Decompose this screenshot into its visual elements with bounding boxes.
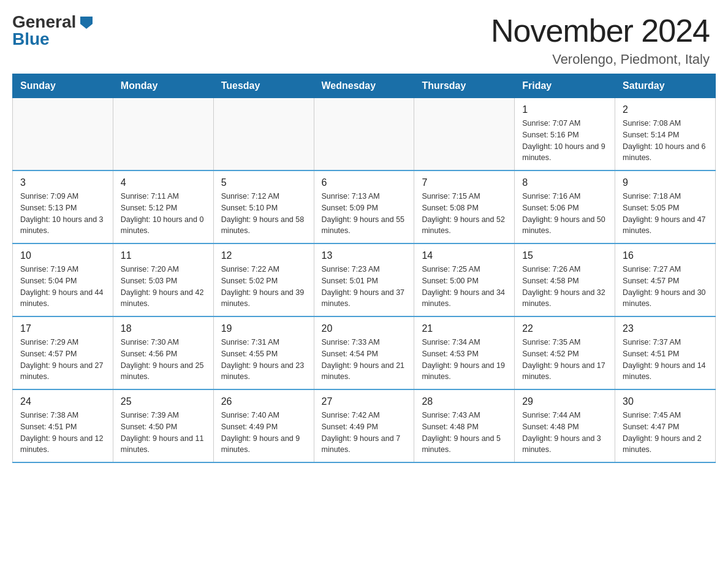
day-number: 18 — [121, 323, 206, 334]
logo-blue-text: Blue — [12, 29, 50, 49]
day-number: 8 — [522, 177, 607, 188]
calendar-cell: 19Sunrise: 7:31 AM Sunset: 4:55 PM Dayli… — [213, 316, 314, 389]
day-number: 12 — [221, 250, 306, 261]
week-row-3: 17Sunrise: 7:29 AM Sunset: 4:57 PM Dayli… — [13, 316, 716, 389]
day-number: 15 — [522, 250, 607, 261]
day-number: 7 — [422, 177, 507, 188]
day-number: 1 — [522, 104, 607, 115]
day-info: Sunrise: 7:18 AM Sunset: 5:05 PM Dayligh… — [623, 191, 708, 237]
day-number: 3 — [20, 177, 105, 188]
weekday-header-friday: Friday — [515, 74, 615, 98]
weekday-header-wednesday: Wednesday — [314, 74, 414, 98]
calendar-cell: 9Sunrise: 7:18 AM Sunset: 5:05 PM Daylig… — [615, 170, 716, 243]
day-info: Sunrise: 7:25 AM Sunset: 5:00 PM Dayligh… — [422, 264, 507, 310]
day-info: Sunrise: 7:43 AM Sunset: 4:48 PM Dayligh… — [422, 410, 507, 456]
day-info: Sunrise: 7:27 AM Sunset: 4:57 PM Dayligh… — [623, 264, 708, 310]
svg-marker-0 — [80, 17, 93, 29]
calendar-cell: 29Sunrise: 7:44 AM Sunset: 4:48 PM Dayli… — [515, 389, 615, 462]
calendar-cell: 30Sunrise: 7:45 AM Sunset: 4:47 PM Dayli… — [615, 389, 716, 462]
calendar-cell: 3Sunrise: 7:09 AM Sunset: 5:13 PM Daylig… — [13, 170, 113, 243]
calendar-cell: 26Sunrise: 7:40 AM Sunset: 4:49 PM Dayli… — [213, 389, 314, 462]
page-header: General Blue November 2024 Verolengo, Pi… — [0, 0, 728, 74]
day-info: Sunrise: 7:16 AM Sunset: 5:06 PM Dayligh… — [522, 191, 607, 237]
calendar-cell: 10Sunrise: 7:19 AM Sunset: 5:04 PM Dayli… — [13, 243, 113, 316]
calendar-cell: 13Sunrise: 7:23 AM Sunset: 5:01 PM Dayli… — [314, 243, 414, 316]
calendar-cell: 8Sunrise: 7:16 AM Sunset: 5:06 PM Daylig… — [515, 170, 615, 243]
day-info: Sunrise: 7:15 AM Sunset: 5:08 PM Dayligh… — [422, 191, 507, 237]
week-row-2: 10Sunrise: 7:19 AM Sunset: 5:04 PM Dayli… — [13, 243, 716, 316]
day-info: Sunrise: 7:23 AM Sunset: 5:01 PM Dayligh… — [322, 264, 407, 310]
calendar-cell — [414, 98, 515, 171]
calendar-cell: 7Sunrise: 7:15 AM Sunset: 5:08 PM Daylig… — [414, 170, 515, 243]
calendar-cell: 2Sunrise: 7:08 AM Sunset: 5:14 PM Daylig… — [615, 98, 716, 171]
calendar-cell: 24Sunrise: 7:38 AM Sunset: 4:51 PM Dayli… — [13, 389, 113, 462]
day-info: Sunrise: 7:12 AM Sunset: 5:10 PM Dayligh… — [221, 191, 306, 237]
calendar-cell: 25Sunrise: 7:39 AM Sunset: 4:50 PM Dayli… — [113, 389, 213, 462]
day-number: 16 — [623, 250, 708, 261]
day-info: Sunrise: 7:31 AM Sunset: 4:55 PM Dayligh… — [221, 337, 306, 383]
weekday-header-tuesday: Tuesday — [213, 74, 314, 98]
calendar-cell: 14Sunrise: 7:25 AM Sunset: 5:00 PM Dayli… — [414, 243, 515, 316]
calendar-cell: 17Sunrise: 7:29 AM Sunset: 4:57 PM Dayli… — [13, 316, 113, 389]
day-number: 26 — [221, 396, 306, 407]
day-info: Sunrise: 7:35 AM Sunset: 4:52 PM Dayligh… — [522, 337, 607, 383]
calendar-cell: 22Sunrise: 7:35 AM Sunset: 4:52 PM Dayli… — [515, 316, 615, 389]
day-info: Sunrise: 7:19 AM Sunset: 5:04 PM Dayligh… — [20, 264, 105, 310]
weekday-header-monday: Monday — [113, 74, 213, 98]
calendar-cell: 15Sunrise: 7:26 AM Sunset: 4:58 PM Dayli… — [515, 243, 615, 316]
week-row-0: 1Sunrise: 7:07 AM Sunset: 5:16 PM Daylig… — [13, 98, 716, 171]
day-info: Sunrise: 7:29 AM Sunset: 4:57 PM Dayligh… — [20, 337, 105, 383]
day-info: Sunrise: 7:09 AM Sunset: 5:13 PM Dayligh… — [20, 191, 105, 237]
calendar-cell: 21Sunrise: 7:34 AM Sunset: 4:53 PM Dayli… — [414, 316, 515, 389]
day-info: Sunrise: 7:22 AM Sunset: 5:02 PM Dayligh… — [221, 264, 306, 310]
calendar-cell: 6Sunrise: 7:13 AM Sunset: 5:09 PM Daylig… — [314, 170, 414, 243]
day-info: Sunrise: 7:30 AM Sunset: 4:56 PM Dayligh… — [121, 337, 206, 383]
calendar-cell: 28Sunrise: 7:43 AM Sunset: 4:48 PM Dayli… — [414, 389, 515, 462]
calendar-cell — [213, 98, 314, 171]
calendar-table: SundayMondayTuesdayWednesdayThursdayFrid… — [12, 74, 716, 463]
day-number: 17 — [20, 323, 105, 334]
day-number: 14 — [422, 250, 507, 261]
calendar-cell — [113, 98, 213, 171]
week-row-4: 24Sunrise: 7:38 AM Sunset: 4:51 PM Dayli… — [13, 389, 716, 462]
weekday-header-thursday: Thursday — [414, 74, 515, 98]
day-number: 10 — [20, 250, 105, 261]
day-number: 23 — [623, 323, 708, 334]
title-block: November 2024 Verolengo, Piedmont, Italy — [491, 12, 710, 67]
calendar-cell: 20Sunrise: 7:33 AM Sunset: 4:54 PM Dayli… — [314, 316, 414, 389]
calendar-cell: 12Sunrise: 7:22 AM Sunset: 5:02 PM Dayli… — [213, 243, 314, 316]
day-info: Sunrise: 7:20 AM Sunset: 5:03 PM Dayligh… — [121, 264, 206, 310]
day-info: Sunrise: 7:38 AM Sunset: 4:51 PM Dayligh… — [20, 410, 105, 456]
calendar-cell: 16Sunrise: 7:27 AM Sunset: 4:57 PM Dayli… — [615, 243, 716, 316]
location-title: Verolengo, Piedmont, Italy — [491, 52, 710, 67]
calendar-container: SundayMondayTuesdayWednesdayThursdayFrid… — [0, 74, 728, 475]
day-info: Sunrise: 7:37 AM Sunset: 4:51 PM Dayligh… — [623, 337, 708, 383]
calendar-cell: 1Sunrise: 7:07 AM Sunset: 5:16 PM Daylig… — [515, 98, 615, 171]
day-info: Sunrise: 7:40 AM Sunset: 4:49 PM Dayligh… — [221, 410, 306, 456]
day-info: Sunrise: 7:45 AM Sunset: 4:47 PM Dayligh… — [623, 410, 708, 456]
day-number: 24 — [20, 396, 105, 407]
calendar-cell: 23Sunrise: 7:37 AM Sunset: 4:51 PM Dayli… — [615, 316, 716, 389]
day-number: 19 — [221, 323, 306, 334]
calendar-cell: 11Sunrise: 7:20 AM Sunset: 5:03 PM Dayli… — [113, 243, 213, 316]
calendar-cell: 4Sunrise: 7:11 AM Sunset: 5:12 PM Daylig… — [113, 170, 213, 243]
day-info: Sunrise: 7:39 AM Sunset: 4:50 PM Dayligh… — [121, 410, 206, 456]
day-number: 4 — [121, 177, 206, 188]
calendar-cell: 5Sunrise: 7:12 AM Sunset: 5:10 PM Daylig… — [213, 170, 314, 243]
logo-icon — [78, 15, 95, 29]
day-number: 22 — [522, 323, 607, 334]
day-number: 30 — [623, 396, 708, 407]
calendar-cell: 27Sunrise: 7:42 AM Sunset: 4:49 PM Dayli… — [314, 389, 414, 462]
day-info: Sunrise: 7:34 AM Sunset: 4:53 PM Dayligh… — [422, 337, 507, 383]
day-number: 21 — [422, 323, 507, 334]
day-info: Sunrise: 7:44 AM Sunset: 4:48 PM Dayligh… — [522, 410, 607, 456]
weekday-header-saturday: Saturday — [615, 74, 716, 98]
day-number: 13 — [322, 250, 407, 261]
day-number: 11 — [121, 250, 206, 261]
day-number: 28 — [422, 396, 507, 407]
day-number: 9 — [623, 177, 708, 188]
calendar-cell — [13, 98, 113, 171]
day-number: 20 — [322, 323, 407, 334]
day-number: 29 — [522, 396, 607, 407]
calendar-cell: 18Sunrise: 7:30 AM Sunset: 4:56 PM Dayli… — [113, 316, 213, 389]
